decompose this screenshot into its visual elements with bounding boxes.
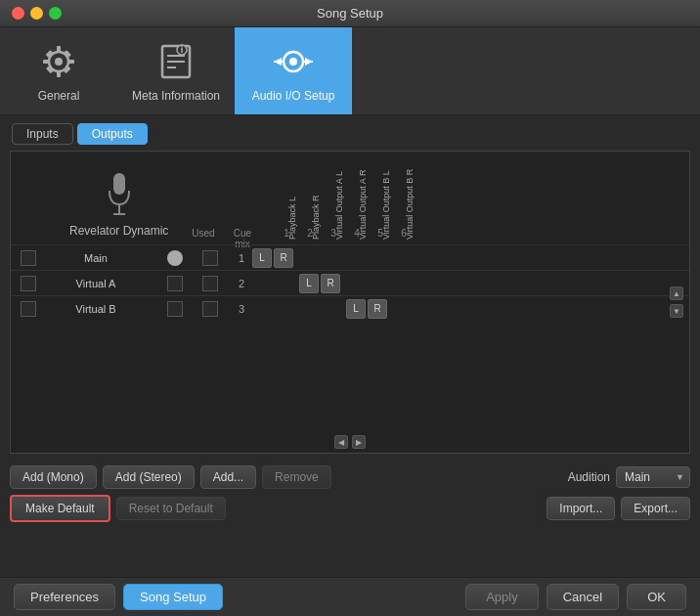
row-main-cell3 <box>295 248 317 268</box>
num-header-3: 3 <box>322 228 345 239</box>
cancel-button[interactable]: Cancel <box>547 584 619 610</box>
title-bar: Song Setup <box>0 0 700 27</box>
add-stereo-button[interactable]: Add (Stereo) <box>103 465 195 489</box>
row-main-cell5 <box>342 248 364 268</box>
add-ellipsis-button[interactable]: Add... <box>200 465 256 489</box>
num-header-4: 4 <box>345 228 369 239</box>
bottom-controls-row2: Make Default Reset to Default Import... … <box>0 495 700 530</box>
row-virtual-a-used-indicator <box>167 276 183 291</box>
svg-rect-9 <box>64 66 71 73</box>
svg-rect-7 <box>64 50 71 58</box>
close-button[interactable] <box>12 7 24 20</box>
row-virtual-b-checkbox[interactable] <box>21 301 36 317</box>
row-main-cue-check[interactable] <box>202 250 218 266</box>
row-virtual-b-cue-check[interactable] <box>202 301 218 317</box>
row-virtual-b-num: 3 <box>232 303 251 315</box>
row-main-l-btn[interactable]: L <box>252 248 272 268</box>
toolbar: General Meta Information <box>0 27 700 115</box>
table-row-virtual-b: Virtual B 3 L R <box>11 295 689 321</box>
svg-rect-2 <box>57 46 61 53</box>
row-main-used-indicator <box>167 250 183 266</box>
audition-select[interactable]: Main Virtual A Virtual B <box>616 466 690 488</box>
row-virtual-b-name: Virtual B <box>42 303 150 315</box>
svg-rect-8 <box>46 66 54 73</box>
audition-select-wrapper[interactable]: Main Virtual A Virtual B ▼ <box>616 466 690 488</box>
row-virtual-a-cell1 <box>252 274 274 293</box>
row-virtual-a-cell2 <box>276 274 297 293</box>
scroll-up-arrow[interactable]: ▲ <box>670 286 683 300</box>
row-virtual-b-cell1 <box>252 299 274 319</box>
audition-label: Audition <box>568 470 610 484</box>
remove-button[interactable]: Remove <box>262 465 331 489</box>
scroll-arrows-horizontal: ◀ ▶ <box>334 435 366 449</box>
scroll-right-arrow[interactable]: ▶ <box>352 435 366 449</box>
audio-table: Main 1 L R Virtual A 2 L <box>11 244 689 321</box>
export-button[interactable]: Export... <box>621 497 690 520</box>
import-export-buttons: Import... Export... <box>547 497 690 520</box>
row-main-name: Main <box>42 252 150 264</box>
num-header-5: 5 <box>369 228 392 239</box>
scroll-down-arrow[interactable]: ▼ <box>670 304 683 318</box>
ok-button[interactable]: OK <box>627 584 686 610</box>
gear-icon <box>37 40 80 83</box>
sub-tab-outputs[interactable]: Outputs <box>77 123 148 145</box>
tab-general[interactable]: General <box>0 27 117 114</box>
num-headers: 1 2 3 4 5 6 <box>275 228 416 239</box>
make-default-button[interactable]: Make Default <box>10 495 110 522</box>
row-virtual-b-r-btn[interactable]: R <box>368 299 387 319</box>
song-setup-button[interactable]: Song Setup <box>123 584 223 610</box>
row-virtual-a-checkbox[interactable] <box>21 276 36 291</box>
add-mono-button[interactable]: Add (Mono) <box>10 465 97 489</box>
row-virtual-a-name: Virtual A <box>42 278 150 289</box>
apply-button[interactable]: Apply <box>465 584 539 610</box>
sub-tabs: Inputs Outputs <box>0 115 700 145</box>
grid-area: Revelator Dynamic Playback L Playback R … <box>10 151 690 454</box>
tab-audio[interactable]: Audio I/O Setup <box>235 27 352 114</box>
row-virtual-b-l-btn[interactable]: L <box>346 299 366 319</box>
svg-point-1 <box>55 58 63 66</box>
audio-io-icon <box>272 40 315 83</box>
device-section: Revelator Dynamic <box>69 171 168 238</box>
row-virtual-a-cue-check[interactable] <box>202 276 218 291</box>
row-virtual-a-l-btn[interactable]: L <box>299 274 319 293</box>
svg-point-18 <box>289 58 297 66</box>
preferences-button[interactable]: Preferences <box>14 584 115 610</box>
tab-meta-label: Meta Information <box>132 89 220 103</box>
scroll-arrows-vertical: ▲ ▼ <box>670 286 683 318</box>
row-main-checkbox[interactable] <box>21 250 36 266</box>
row-virtual-a-cell6 <box>366 274 387 293</box>
device-name: Revelator Dynamic <box>69 224 168 238</box>
info-icon <box>154 40 197 83</box>
row-main-r-btn[interactable]: R <box>274 248 293 268</box>
maximize-button[interactable] <box>49 7 62 20</box>
num-header-6: 6 <box>392 228 416 239</box>
svg-rect-5 <box>67 60 74 64</box>
svg-rect-3 <box>57 70 61 77</box>
window-title: Song Setup <box>317 6 383 21</box>
minimize-button[interactable] <box>30 7 43 20</box>
row-virtual-b-cell2 <box>276 299 297 319</box>
svg-rect-21 <box>113 173 125 195</box>
row-virtual-b-cell4 <box>323 299 344 319</box>
main-content: Inputs Outputs Revelator Dynamic Playbac… <box>0 115 700 530</box>
microphone-icon <box>106 171 133 220</box>
reset-to-default-button[interactable]: Reset to Default <box>116 497 226 520</box>
table-row-main: Main 1 L R <box>11 244 689 270</box>
import-button[interactable]: Import... <box>547 497 615 520</box>
scroll-left-arrow[interactable]: ◀ <box>334 435 348 449</box>
footer: Preferences Song Setup Apply Cancel OK <box>0 577 700 616</box>
window-controls[interactable] <box>12 7 62 20</box>
row-main-num: 1 <box>232 252 251 264</box>
svg-rect-6 <box>46 50 54 58</box>
row-virtual-b-cell3 <box>299 299 321 319</box>
svg-rect-4 <box>43 60 50 64</box>
svg-point-16 <box>181 45 183 47</box>
sub-tab-inputs[interactable]: Inputs <box>12 123 73 145</box>
table-row-virtual-a: Virtual A 2 L R <box>11 270 689 295</box>
bottom-controls-row1: Add (Mono) Add (Stereo) Add... Remove Au… <box>0 460 700 495</box>
tab-meta[interactable]: Meta Information <box>117 27 235 114</box>
row-virtual-a-r-btn[interactable]: R <box>321 274 340 293</box>
num-header-2: 2 <box>298 228 322 239</box>
tab-general-label: General <box>38 89 80 103</box>
row-virtual-b-used-indicator <box>167 301 183 317</box>
